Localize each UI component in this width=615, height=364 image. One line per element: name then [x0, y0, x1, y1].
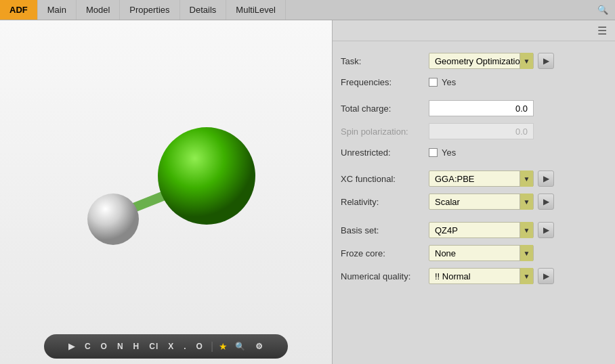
tab-multilevel[interactable]: MultiLevel: [226, 0, 286, 20]
hydrogen-tool[interactable]: H: [131, 340, 142, 352]
nitrogen-tool[interactable]: N: [115, 340, 126, 352]
search-tool[interactable]: 🔍: [233, 340, 248, 352]
divider-1: [333, 91, 615, 97]
svg-point-2: [158, 127, 255, 225]
task-detail-arrow[interactable]: ▶: [538, 53, 554, 69]
tab-properties[interactable]: Properties: [120, 0, 179, 20]
unrestricted-checkbox-label: Yes: [442, 147, 456, 158]
total-charge-row: Total charge:: [333, 97, 615, 120]
svg-point-1: [87, 194, 139, 245]
basis-set-control: QZ4P ▼ ▶: [429, 222, 607, 238]
frequencies-label: Frequencies:: [341, 77, 429, 87]
tab-main[interactable]: Main: [38, 0, 77, 20]
main-content: ▶ C O N H Cl X . O | ★ 🔍 ⚙ ☰ Task:: [0, 20, 615, 364]
frequencies-checkbox-wrap: Yes: [429, 77, 456, 87]
task-value: Geometry Optimization: [429, 56, 519, 66]
tab-details[interactable]: Details: [180, 0, 227, 20]
menu-icon[interactable]: ☰: [595, 23, 610, 38]
basis-set-arrow[interactable]: ▼: [519, 222, 533, 238]
numerical-quality-detail-arrow[interactable]: ▶: [538, 268, 554, 284]
search-button[interactable]: 🔍: [591, 0, 615, 20]
xc-functional-label: XC functional:: [341, 174, 429, 184]
unrestricted-checkbox[interactable]: [429, 148, 438, 157]
divider-2: [333, 162, 615, 167]
unrestricted-label: Unrestricted:: [341, 147, 429, 158]
numerical-quality-value: !! Normal: [429, 271, 519, 281]
favorite-tool[interactable]: ★: [219, 341, 228, 352]
relativity-row: Relativity: Scalar ▼ ▶: [333, 190, 615, 213]
search-icon: 🔍: [597, 5, 608, 15]
bottom-toolbar: ▶ C O N H Cl X . O | ★ 🔍 ⚙: [44, 334, 288, 359]
numerical-quality-arrow[interactable]: ▼: [519, 268, 533, 284]
numerical-quality-control: !! Normal ▼ ▶: [429, 268, 607, 284]
molecule-svg: [58, 69, 274, 286]
relativity-label: Relativity:: [341, 197, 429, 207]
basis-set-row: Basis set: QZ4P ▼ ▶: [333, 219, 615, 242]
settings-tool[interactable]: ⚙: [253, 340, 266, 352]
froze-core-row: Froze core: None ▼: [333, 242, 615, 265]
xc-functional-detail-arrow[interactable]: ▶: [538, 170, 554, 187]
basis-set-detail-arrow[interactable]: ▶: [538, 222, 554, 238]
xc-functional-value: GGA:PBE: [429, 174, 519, 184]
frequencies-row: Frequencies: Yes: [333, 72, 615, 91]
task-dropdown-arrow[interactable]: ▼: [519, 53, 533, 69]
frequencies-checkbox[interactable]: [429, 78, 438, 87]
relativity-arrow[interactable]: ▼: [519, 194, 533, 210]
basis-set-dropdown[interactable]: QZ4P ▼: [429, 222, 534, 238]
numerical-quality-row: Numerical quality: !! Normal ▼ ▶: [333, 265, 615, 288]
froze-core-arrow[interactable]: ▼: [519, 245, 533, 261]
froze-core-label: Froze core:: [341, 248, 429, 258]
frequencies-control: Yes: [429, 77, 607, 87]
basis-set-label: Basis set:: [341, 225, 429, 235]
chlorine-tool[interactable]: Cl: [147, 340, 161, 352]
settings-header: ☰: [333, 20, 615, 41]
task-row: Task: Geometry Optimization ▼ ▶: [333, 49, 615, 72]
spin-polarization-row: Spin polarization:: [333, 120, 615, 143]
nav-bar: ADF Main Model Properties Details MultiL…: [0, 0, 615, 20]
spin-polarization-control: [429, 123, 607, 139]
relativity-value: Scalar: [429, 197, 519, 207]
froze-core-dropdown[interactable]: None ▼: [429, 245, 534, 261]
delete-tool[interactable]: X: [166, 340, 176, 352]
relativity-dropdown[interactable]: Scalar ▼: [429, 194, 534, 210]
total-charge-label: Total charge:: [341, 104, 429, 114]
relativity-control: Scalar ▼ ▶: [429, 194, 607, 210]
molecule-panel: ▶ C O N H Cl X . O | ★ 🔍 ⚙: [0, 20, 332, 364]
settings-panel: ☰ Task: Geometry Optimization ▼ ▶ Freque…: [332, 20, 615, 364]
tab-model[interactable]: Model: [77, 0, 120, 20]
spin-polarization-input: [429, 123, 534, 139]
unrestricted-control: Yes: [429, 147, 607, 158]
xc-functional-dropdown[interactable]: GGA:PBE ▼: [429, 170, 534, 187]
tab-adf[interactable]: ADF: [0, 0, 38, 20]
unrestricted-checkbox-wrap: Yes: [429, 147, 456, 158]
xc-functional-row: XC functional: GGA:PBE ▼ ▶: [333, 167, 615, 190]
unrestricted-row: Unrestricted: Yes: [333, 143, 615, 162]
task-control: Geometry Optimization ▼ ▶: [429, 53, 607, 69]
dot-tool[interactable]: .: [182, 340, 188, 352]
cursor-tool[interactable]: ▶: [66, 340, 77, 352]
froze-core-value: None: [429, 248, 519, 258]
relativity-detail-arrow[interactable]: ▶: [538, 194, 554, 210]
frequencies-checkbox-label: Yes: [442, 77, 456, 87]
total-charge-input[interactable]: [429, 100, 534, 116]
froze-core-control: None ▼: [429, 245, 607, 261]
total-charge-control: [429, 100, 607, 116]
task-label: Task:: [341, 56, 429, 66]
numerical-quality-label: Numerical quality:: [341, 271, 429, 281]
basis-set-value: QZ4P: [429, 225, 519, 235]
settings-body: Task: Geometry Optimization ▼ ▶ Frequenc…: [333, 41, 615, 296]
numerical-quality-dropdown[interactable]: !! Normal ▼: [429, 268, 534, 284]
task-dropdown[interactable]: Geometry Optimization ▼: [429, 53, 534, 69]
oxygen-tool[interactable]: O: [99, 340, 110, 352]
spin-polarization-label: Spin polarization:: [341, 127, 429, 137]
carbon-tool[interactable]: C: [83, 340, 93, 352]
molecule-viewer: [0, 20, 332, 334]
separator: |: [211, 340, 213, 352]
divider-3: [333, 213, 615, 219]
oxygen2-tool[interactable]: O: [194, 340, 205, 352]
xc-functional-control: GGA:PBE ▼ ▶: [429, 170, 607, 187]
xc-functional-arrow[interactable]: ▼: [519, 170, 533, 187]
